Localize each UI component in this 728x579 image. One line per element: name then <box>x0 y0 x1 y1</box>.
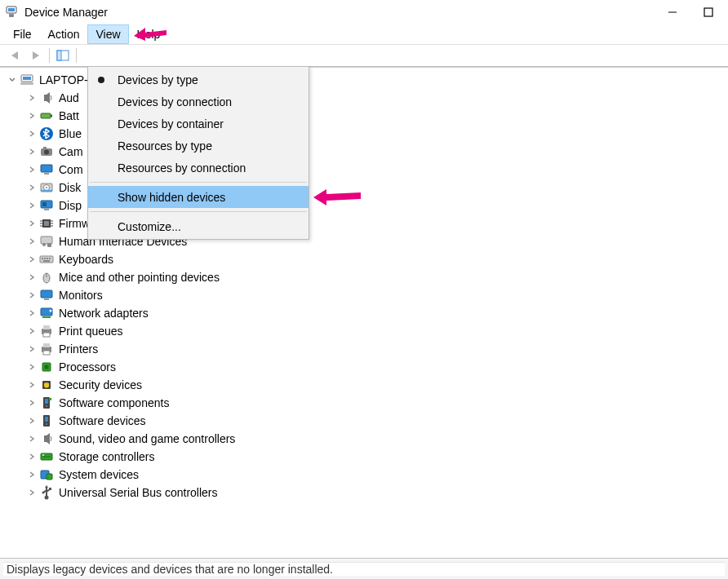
menuitem-devices-by-connection[interactable]: Devices by connection <box>88 91 309 113</box>
svg-point-20 <box>44 150 49 155</box>
title-bar: Device Manager <box>0 0 728 24</box>
expand-icon[interactable] <box>26 182 38 193</box>
expand-icon[interactable] <box>26 200 38 211</box>
svg-rect-71 <box>44 435 47 442</box>
svg-rect-12 <box>23 77 31 80</box>
menuitem-resources-by-connection[interactable]: Resources by connection <box>88 157 309 179</box>
maximize-button[interactable] <box>700 4 717 20</box>
tree-node-label: Aud <box>59 91 79 104</box>
toolbar-back-button[interactable] <box>5 46 24 65</box>
tree-node[interactable]: Storage controllers <box>3 448 721 466</box>
svg-rect-13 <box>20 82 33 85</box>
svg-rect-57 <box>43 333 50 337</box>
tree-node[interactable]: Software components <box>3 394 721 412</box>
svg-rect-52 <box>41 308 52 316</box>
usb-icon <box>39 485 54 500</box>
tree-node-label: Sound, video and game controllers <box>59 432 235 445</box>
expand-icon[interactable] <box>26 343 38 355</box>
software-component-icon <box>39 396 54 410</box>
expand-icon[interactable] <box>26 164 38 175</box>
toolbar-forward-button[interactable] <box>26 46 46 65</box>
svg-marker-6 <box>11 51 18 60</box>
tree-node-label: Universal Serial Bus controllers <box>59 486 218 499</box>
tree-node[interactable]: System devices <box>3 466 721 484</box>
menuitem-resources-by-type[interactable]: Resources by type <box>88 135 309 157</box>
status-bar: Displays legacy devices and devices that… <box>0 558 728 579</box>
menuitem-devices-by-type[interactable]: Devices by type <box>88 69 309 91</box>
expand-icon[interactable] <box>26 487 38 498</box>
menuitem-show-hidden-devices[interactable]: Show hidden devices <box>88 186 309 208</box>
expand-icon[interactable] <box>26 433 38 444</box>
expand-icon[interactable] <box>26 290 38 301</box>
expand-icon[interactable] <box>26 146 38 157</box>
tree-node[interactable]: Processors <box>3 358 721 376</box>
svg-rect-59 <box>43 343 50 347</box>
expand-icon[interactable] <box>26 128 38 139</box>
svg-rect-27 <box>41 190 52 192</box>
expand-icon[interactable] <box>26 307 38 319</box>
expand-icon[interactable] <box>26 272 38 283</box>
collapse-icon[interactable] <box>7 74 18 86</box>
mouse-icon <box>39 270 54 285</box>
tree-node-label: Monitors <box>59 289 103 302</box>
menu-file[interactable]: File <box>5 24 40 44</box>
expand-icon[interactable] <box>26 110 38 122</box>
menuitem-label: Show hidden devices <box>118 191 225 204</box>
tree-node[interactable]: Monitors <box>3 286 721 304</box>
svg-marker-72 <box>47 433 50 444</box>
tree-node[interactable]: Network adapters <box>3 304 721 322</box>
menu-view[interactable]: View <box>87 24 128 44</box>
svg-rect-51 <box>44 298 49 300</box>
printer-icon <box>39 324 54 338</box>
tree-node[interactable]: Universal Serial Bus controllers <box>3 484 721 502</box>
menu-action[interactable]: Action <box>40 24 88 44</box>
minimize-button[interactable] <box>664 4 681 20</box>
status-text: Displays legacy devices and devices that… <box>7 563 333 576</box>
expand-icon[interactable] <box>26 254 38 265</box>
svg-rect-83 <box>49 488 51 490</box>
tree-node-label: Disp <box>59 199 82 212</box>
battery-icon <box>39 108 54 123</box>
expand-icon[interactable] <box>26 92 38 104</box>
tree-node[interactable]: Mice and other pointing devices <box>3 268 721 286</box>
svg-point-75 <box>42 454 44 456</box>
expand-icon[interactable] <box>26 469 38 480</box>
monitor-icon <box>39 162 54 177</box>
expand-icon[interactable] <box>26 325 38 337</box>
svg-point-66 <box>46 405 47 407</box>
toolbar-separator <box>76 48 77 63</box>
hid-icon <box>39 234 54 249</box>
toolbar-show-hide-tree-button[interactable] <box>53 46 73 65</box>
toolbar-separator <box>49 48 50 63</box>
tree-node[interactable]: Software devices <box>3 412 721 430</box>
menu-bar: File Action View Help <box>0 24 728 44</box>
tree-node[interactable]: Security devices <box>3 376 721 394</box>
expand-icon[interactable] <box>26 397 38 409</box>
svg-rect-39 <box>41 236 52 244</box>
expand-icon[interactable] <box>26 451 38 462</box>
tree-node[interactable]: Keyboards <box>3 250 721 268</box>
svg-rect-62 <box>45 365 49 369</box>
svg-rect-9 <box>57 51 61 60</box>
expand-icon[interactable] <box>26 415 38 427</box>
expand-icon[interactable] <box>26 379 38 391</box>
software-device-icon <box>39 413 54 428</box>
view-dropdown-menu: Devices by type Devices by connection De… <box>87 66 309 240</box>
expand-icon[interactable] <box>26 361 38 373</box>
menuitem-label: Resources by connection <box>118 161 246 175</box>
menuitem-devices-by-container[interactable]: Devices by container <box>88 113 309 135</box>
tree-node[interactable]: Sound, video and game controllers <box>3 430 721 448</box>
menuitem-customize[interactable]: Customize... <box>88 215 309 237</box>
svg-rect-60 <box>43 351 50 355</box>
svg-rect-67 <box>49 398 51 400</box>
menuitem-label: Customize... <box>118 220 181 233</box>
svg-rect-45 <box>47 258 48 259</box>
speaker-icon <box>39 431 54 446</box>
expand-icon[interactable] <box>26 236 38 247</box>
svg-rect-2 <box>9 14 14 17</box>
expand-icon[interactable] <box>26 218 38 229</box>
menuitem-label: Resources by type <box>118 139 212 152</box>
svg-rect-41 <box>47 243 51 247</box>
tree-node[interactable]: Printers <box>3 340 721 358</box>
tree-node[interactable]: Print queues <box>3 322 721 340</box>
